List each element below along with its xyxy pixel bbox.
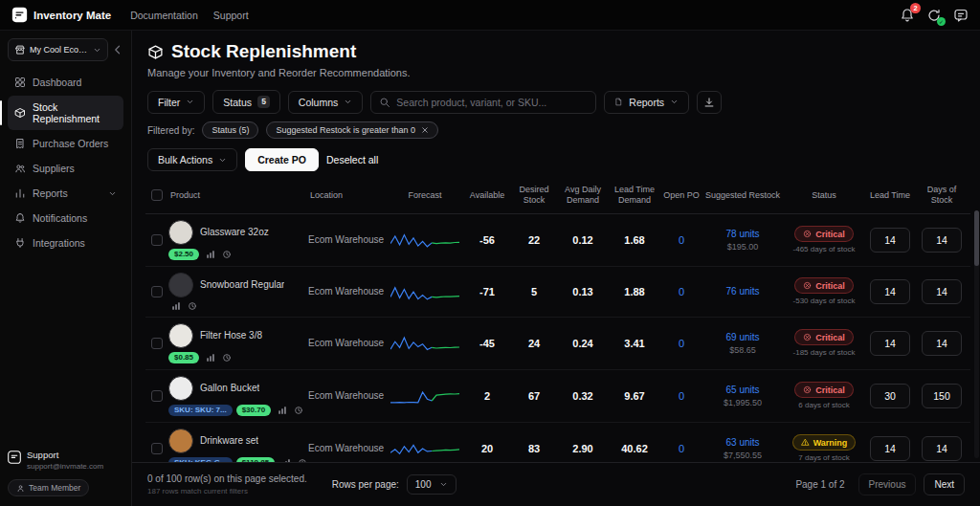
- open-po-link[interactable]: 0: [660, 286, 702, 297]
- team-member-badge[interactable]: Team Member: [8, 479, 89, 496]
- filter-chip-restock[interactable]: Suggested Restock is greater than 0: [266, 121, 438, 139]
- demand-chart-button[interactable]: [203, 353, 215, 363]
- lead-time-input[interactable]: [870, 436, 910, 461]
- table-row[interactable]: Glassware 32oz$2.50Ecom Warehouse-56220.…: [145, 214, 970, 267]
- history-button[interactable]: [295, 458, 307, 463]
- product-name[interactable]: Glassware 32oz: [200, 227, 269, 237]
- demand-chart-button[interactable]: [168, 301, 181, 311]
- open-po-link[interactable]: 0: [660, 234, 702, 246]
- next-page-button[interactable]: Next: [924, 473, 965, 495]
- open-po-link[interactable]: 0: [660, 338, 702, 349]
- product-name[interactable]: Drinkware set: [200, 435, 258, 446]
- lead-time-input[interactable]: [870, 279, 910, 304]
- price-badge: $2.50: [168, 249, 199, 260]
- sidebar-item-notifications[interactable]: Notifications: [8, 207, 123, 230]
- demand-chart-button[interactable]: [203, 250, 215, 259]
- days-of-stock-input[interactable]: [922, 436, 962, 461]
- column-header-open-po[interactable]: Open PO: [660, 190, 702, 201]
- table-scrollbar[interactable]: [974, 210, 979, 458]
- table-row[interactable]: Gallon BucketSKU: SKU: 7...$30.70Ecom Wa…: [145, 370, 970, 423]
- sync-status-icon[interactable]: ✓: [926, 8, 942, 23]
- days-of-stock-note: -530 days of stock: [793, 297, 856, 305]
- history-button[interactable]: [219, 250, 232, 259]
- nav-documentation[interactable]: Documentation: [130, 10, 198, 21]
- history-button[interactable]: [291, 406, 303, 415]
- restock-units-link[interactable]: 76 units: [702, 286, 783, 297]
- days-of-stock-input[interactable]: [922, 279, 962, 304]
- restock-units-link[interactable]: 78 units: [702, 229, 783, 239]
- lead-time-input[interactable]: [870, 331, 910, 356]
- lead-time-input[interactable]: [870, 384, 910, 408]
- remove-filter-icon[interactable]: [421, 126, 429, 134]
- filter-chip-status[interactable]: Status (5): [202, 121, 258, 139]
- column-header-product[interactable]: Product: [168, 190, 308, 201]
- column-header-suggested-restock[interactable]: Suggested Restock: [702, 190, 783, 201]
- sidebar-item-stock-replenishment[interactable]: Stock Replenishment: [8, 96, 123, 130]
- sidebar-item-purchase-orders[interactable]: Purchase Orders: [8, 132, 123, 155]
- create-po-button[interactable]: Create PO: [245, 148, 319, 171]
- status-badge: Warning: [792, 434, 857, 451]
- product-name[interactable]: Snowboard Regular: [200, 279, 284, 290]
- column-header-desired-stock[interactable]: Desired Stock: [511, 185, 557, 207]
- package-icon: [14, 107, 26, 119]
- previous-page-button[interactable]: Previous: [858, 473, 917, 495]
- column-header-location[interactable]: Location: [308, 190, 387, 201]
- restock-units-link[interactable]: 69 units: [702, 332, 783, 342]
- table-row[interactable]: Drinkware setSKU: KEG-G...$119.85Ecom Wa…: [145, 423, 970, 463]
- search-input[interactable]: [396, 97, 588, 108]
- history-button[interactable]: [185, 301, 197, 311]
- sidebar-item-reports[interactable]: Reports: [8, 182, 123, 205]
- sidebar-item-dashboard[interactable]: Dashboard: [8, 71, 123, 94]
- history-button[interactable]: [219, 353, 232, 363]
- restock-value: $58.65: [702, 345, 783, 355]
- row-checkbox[interactable]: [151, 338, 163, 349]
- filter-button[interactable]: Filter: [147, 91, 205, 114]
- product-name[interactable]: Filter Hose 3/8: [200, 330, 262, 341]
- columns-button[interactable]: Columns: [288, 91, 363, 114]
- lead-time-input[interactable]: [870, 228, 910, 253]
- open-po-link[interactable]: 0: [660, 443, 702, 454]
- column-header-status[interactable]: Status: [783, 190, 865, 201]
- column-header-lead-time[interactable]: Lead Time: [865, 190, 915, 201]
- sidebar-item-integrations[interactable]: Integrations: [8, 231, 123, 254]
- sidebar-item-suppliers[interactable]: Suppliers: [8, 157, 123, 180]
- export-download-button[interactable]: [697, 91, 722, 114]
- days-of-stock-input[interactable]: [922, 331, 962, 356]
- reports-button[interactable]: Reports: [604, 91, 689, 114]
- store-selector[interactable]: My Cool Ecom Store: [8, 38, 108, 61]
- column-header-available[interactable]: Available: [463, 190, 511, 201]
- row-checkbox[interactable]: [151, 443, 163, 454]
- nav-support[interactable]: Support: [213, 10, 249, 21]
- days-of-stock-input[interactable]: [922, 228, 962, 253]
- open-po-link[interactable]: 0: [660, 390, 702, 402]
- rows-per-page-select[interactable]: 100: [407, 474, 457, 495]
- brand[interactable]: Inventory Mate: [11, 7, 111, 23]
- support-block[interactable]: Support support@invmate.com: [8, 450, 123, 471]
- bulk-actions-button[interactable]: Bulk Actions: [147, 148, 237, 171]
- column-header-days-of-stock[interactable]: Days of Stock: [915, 185, 969, 207]
- row-checkbox[interactable]: [151, 390, 163, 402]
- product-name[interactable]: Gallon Bucket: [200, 383, 259, 393]
- row-checkbox[interactable]: [151, 286, 163, 297]
- sidebar-collapse-button[interactable]: [112, 44, 123, 55]
- column-header-forecast[interactable]: Forecast: [387, 190, 463, 201]
- feedback-chat-icon[interactable]: [953, 8, 969, 23]
- row-checkbox[interactable]: [151, 234, 163, 246]
- scrollbar-thumb[interactable]: [974, 210, 979, 266]
- table-row[interactable]: Snowboard RegularEcom Warehouse-7150.131…: [145, 267, 970, 318]
- demand-chart-button[interactable]: [278, 458, 291, 463]
- deselect-all-button[interactable]: Deselect all: [326, 154, 378, 165]
- package-icon: [147, 44, 164, 60]
- column-header-avg-daily-demand[interactable]: Avg Daily Demand: [557, 185, 609, 207]
- restock-units-link[interactable]: 65 units: [702, 385, 783, 395]
- product-image: [168, 220, 193, 245]
- table-row[interactable]: Filter Hose 3/8$0.85Ecom Warehouse-45240…: [145, 318, 970, 370]
- notifications-bell-icon[interactable]: 2: [900, 8, 915, 23]
- select-all-checkbox[interactable]: [151, 189, 163, 201]
- days-of-stock-input[interactable]: [922, 384, 962, 408]
- status-filter-button[interactable]: Status 5: [212, 90, 280, 114]
- demand-chart-button[interactable]: [275, 406, 287, 415]
- column-header-lead-time-demand[interactable]: Lead Time Demand: [609, 185, 660, 207]
- restock-units-link[interactable]: 63 units: [702, 437, 783, 448]
- suggested-restock-cell: 76 units: [702, 286, 783, 297]
